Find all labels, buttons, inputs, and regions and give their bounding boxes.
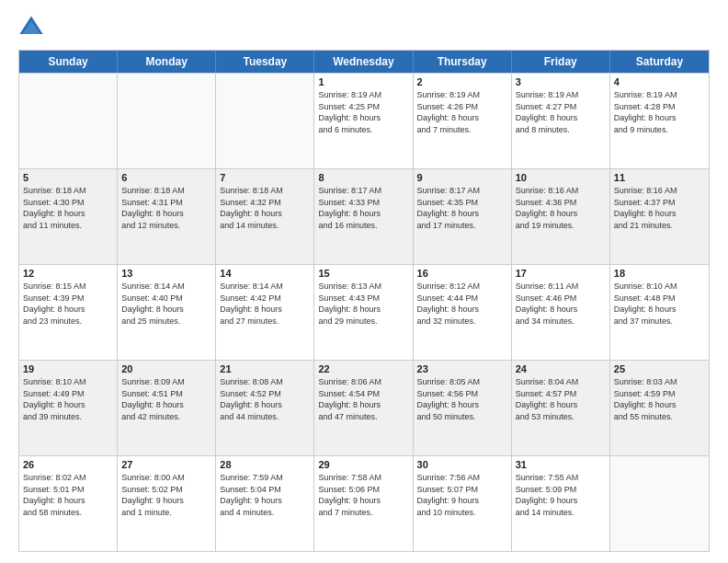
day-info: Sunrise: 8:12 AM Sunset: 4:44 PM Dayligh… bbox=[417, 281, 507, 327]
calendar-week: 1Sunrise: 8:19 AM Sunset: 4:25 PM Daylig… bbox=[19, 73, 709, 168]
calendar-cell: 13Sunrise: 8:14 AM Sunset: 4:40 PM Dayli… bbox=[118, 265, 216, 360]
day-number: 13 bbox=[121, 268, 211, 279]
day-info: Sunrise: 7:56 AM Sunset: 5:07 PM Dayligh… bbox=[417, 472, 507, 518]
day-info: Sunrise: 8:09 AM Sunset: 4:51 PM Dayligh… bbox=[121, 376, 211, 422]
day-number: 25 bbox=[614, 363, 705, 374]
calendar-cell: 9Sunrise: 8:17 AM Sunset: 4:35 PM Daylig… bbox=[414, 169, 512, 264]
day-number: 23 bbox=[417, 363, 507, 374]
day-number: 11 bbox=[614, 172, 705, 183]
day-info: Sunrise: 7:58 AM Sunset: 5:06 PM Dayligh… bbox=[318, 472, 408, 518]
calendar-cell: 5Sunrise: 8:18 AM Sunset: 4:30 PM Daylig… bbox=[19, 169, 118, 264]
day-info: Sunrise: 8:04 AM Sunset: 4:57 PM Dayligh… bbox=[516, 376, 606, 422]
calendar-body: 1Sunrise: 8:19 AM Sunset: 4:25 PM Daylig… bbox=[19, 73, 709, 551]
calendar-cell: 21Sunrise: 8:08 AM Sunset: 4:52 PM Dayli… bbox=[216, 361, 314, 455]
day-info: Sunrise: 8:00 AM Sunset: 5:02 PM Dayligh… bbox=[121, 472, 211, 518]
calendar-cell: 15Sunrise: 8:13 AM Sunset: 4:43 PM Dayli… bbox=[314, 265, 413, 360]
day-info: Sunrise: 8:19 AM Sunset: 4:25 PM Dayligh… bbox=[318, 89, 408, 135]
calendar-cell: 7Sunrise: 8:18 AM Sunset: 4:32 PM Daylig… bbox=[216, 169, 314, 264]
day-info: Sunrise: 8:11 AM Sunset: 4:46 PM Dayligh… bbox=[516, 281, 606, 327]
logo bbox=[18, 15, 48, 40]
calendar-week: 5Sunrise: 8:18 AM Sunset: 4:30 PM Daylig… bbox=[19, 168, 709, 264]
calendar-cell: 8Sunrise: 8:17 AM Sunset: 4:33 PM Daylig… bbox=[314, 169, 413, 264]
logo-icon bbox=[18, 15, 44, 40]
weekday-header: Friday bbox=[512, 51, 610, 73]
calendar-cell: 28Sunrise: 7:59 AM Sunset: 5:04 PM Dayli… bbox=[216, 456, 314, 551]
calendar-week: 12Sunrise: 8:15 AM Sunset: 4:39 PM Dayli… bbox=[19, 264, 709, 360]
day-number: 6 bbox=[121, 172, 211, 183]
day-info: Sunrise: 7:55 AM Sunset: 5:09 PM Dayligh… bbox=[516, 472, 606, 518]
calendar-cell: 24Sunrise: 8:04 AM Sunset: 4:57 PM Dayli… bbox=[512, 361, 610, 455]
calendar-cell: 30Sunrise: 7:56 AM Sunset: 5:07 PM Dayli… bbox=[414, 456, 512, 551]
day-number: 17 bbox=[516, 268, 606, 279]
day-info: Sunrise: 8:17 AM Sunset: 4:33 PM Dayligh… bbox=[318, 185, 408, 231]
day-info: Sunrise: 8:02 AM Sunset: 5:01 PM Dayligh… bbox=[23, 472, 113, 518]
calendar-cell: 26Sunrise: 8:02 AM Sunset: 5:01 PM Dayli… bbox=[19, 456, 118, 551]
weekday-header: Thursday bbox=[414, 51, 512, 73]
day-number: 16 bbox=[417, 268, 507, 279]
day-number: 15 bbox=[318, 268, 408, 279]
day-info: Sunrise: 8:14 AM Sunset: 4:42 PM Dayligh… bbox=[220, 281, 310, 327]
day-info: Sunrise: 8:18 AM Sunset: 4:31 PM Dayligh… bbox=[121, 185, 211, 231]
calendar-cell: 23Sunrise: 8:05 AM Sunset: 4:56 PM Dayli… bbox=[414, 361, 512, 455]
day-number: 24 bbox=[516, 363, 606, 374]
calendar-cell: 10Sunrise: 8:16 AM Sunset: 4:36 PM Dayli… bbox=[512, 169, 610, 264]
weekday-header: Monday bbox=[118, 51, 216, 73]
calendar-header: SundayMondayTuesdayWednesdayThursdayFrid… bbox=[19, 51, 709, 73]
day-info: Sunrise: 8:15 AM Sunset: 4:39 PM Dayligh… bbox=[23, 281, 113, 327]
calendar-cell: 25Sunrise: 8:03 AM Sunset: 4:59 PM Dayli… bbox=[610, 361, 709, 455]
day-info: Sunrise: 8:03 AM Sunset: 4:59 PM Dayligh… bbox=[614, 376, 705, 422]
day-number: 26 bbox=[23, 459, 113, 470]
day-info: Sunrise: 8:18 AM Sunset: 4:30 PM Dayligh… bbox=[23, 185, 113, 231]
calendar-cell: 31Sunrise: 7:55 AM Sunset: 5:09 PM Dayli… bbox=[512, 456, 610, 551]
page-header bbox=[18, 15, 710, 40]
calendar-cell: 20Sunrise: 8:09 AM Sunset: 4:51 PM Dayli… bbox=[118, 361, 216, 455]
day-number: 8 bbox=[318, 172, 408, 183]
calendar-cell bbox=[19, 74, 118, 168]
calendar-cell: 18Sunrise: 8:10 AM Sunset: 4:48 PM Dayli… bbox=[610, 265, 709, 360]
day-info: Sunrise: 8:10 AM Sunset: 4:48 PM Dayligh… bbox=[614, 281, 705, 327]
day-number: 1 bbox=[318, 76, 408, 87]
calendar-cell bbox=[118, 74, 216, 168]
day-number: 2 bbox=[417, 76, 507, 87]
day-number: 9 bbox=[417, 172, 507, 183]
day-info: Sunrise: 8:05 AM Sunset: 4:56 PM Dayligh… bbox=[417, 376, 507, 422]
day-info: Sunrise: 8:17 AM Sunset: 4:35 PM Dayligh… bbox=[417, 185, 507, 231]
calendar-cell: 2Sunrise: 8:19 AM Sunset: 4:26 PM Daylig… bbox=[414, 74, 512, 168]
day-number: 22 bbox=[318, 363, 408, 374]
calendar-cell: 27Sunrise: 8:00 AM Sunset: 5:02 PM Dayli… bbox=[118, 456, 216, 551]
day-number: 30 bbox=[417, 459, 507, 470]
calendar-cell: 29Sunrise: 7:58 AM Sunset: 5:06 PM Dayli… bbox=[314, 456, 413, 551]
day-info: Sunrise: 8:06 AM Sunset: 4:54 PM Dayligh… bbox=[318, 376, 408, 422]
day-info: Sunrise: 8:16 AM Sunset: 4:37 PM Dayligh… bbox=[614, 185, 705, 231]
day-info: Sunrise: 8:19 AM Sunset: 4:28 PM Dayligh… bbox=[614, 89, 705, 135]
calendar-cell: 12Sunrise: 8:15 AM Sunset: 4:39 PM Dayli… bbox=[19, 265, 118, 360]
day-info: Sunrise: 8:08 AM Sunset: 4:52 PM Dayligh… bbox=[220, 376, 310, 422]
calendar-week: 19Sunrise: 8:10 AM Sunset: 4:49 PM Dayli… bbox=[19, 360, 709, 455]
calendar-cell: 3Sunrise: 8:19 AM Sunset: 4:27 PM Daylig… bbox=[512, 74, 610, 168]
day-number: 14 bbox=[220, 268, 310, 279]
day-number: 21 bbox=[220, 363, 310, 374]
day-number: 27 bbox=[121, 459, 211, 470]
day-number: 12 bbox=[23, 268, 113, 279]
day-number: 31 bbox=[516, 459, 606, 470]
day-info: Sunrise: 8:14 AM Sunset: 4:40 PM Dayligh… bbox=[121, 281, 211, 327]
day-number: 20 bbox=[121, 363, 211, 374]
day-info: Sunrise: 8:10 AM Sunset: 4:49 PM Dayligh… bbox=[23, 376, 113, 422]
calendar-cell: 16Sunrise: 8:12 AM Sunset: 4:44 PM Dayli… bbox=[414, 265, 512, 360]
day-info: Sunrise: 8:16 AM Sunset: 4:36 PM Dayligh… bbox=[516, 185, 606, 231]
day-info: Sunrise: 8:19 AM Sunset: 4:26 PM Dayligh… bbox=[417, 89, 507, 135]
calendar-cell: 6Sunrise: 8:18 AM Sunset: 4:31 PM Daylig… bbox=[118, 169, 216, 264]
weekday-header: Wednesday bbox=[314, 51, 413, 73]
day-number: 18 bbox=[614, 268, 705, 279]
day-number: 28 bbox=[220, 459, 310, 470]
calendar-cell: 14Sunrise: 8:14 AM Sunset: 4:42 PM Dayli… bbox=[216, 265, 314, 360]
calendar-cell: 17Sunrise: 8:11 AM Sunset: 4:46 PM Dayli… bbox=[512, 265, 610, 360]
calendar-cell: 4Sunrise: 8:19 AM Sunset: 4:28 PM Daylig… bbox=[610, 74, 709, 168]
day-info: Sunrise: 8:13 AM Sunset: 4:43 PM Dayligh… bbox=[318, 281, 408, 327]
calendar-cell: 1Sunrise: 8:19 AM Sunset: 4:25 PM Daylig… bbox=[314, 74, 413, 168]
day-info: Sunrise: 7:59 AM Sunset: 5:04 PM Dayligh… bbox=[220, 472, 310, 518]
calendar-cell bbox=[610, 456, 709, 551]
weekday-header: Saturday bbox=[610, 51, 709, 73]
day-number: 7 bbox=[220, 172, 310, 183]
calendar-week: 26Sunrise: 8:02 AM Sunset: 5:01 PM Dayli… bbox=[19, 455, 709, 551]
